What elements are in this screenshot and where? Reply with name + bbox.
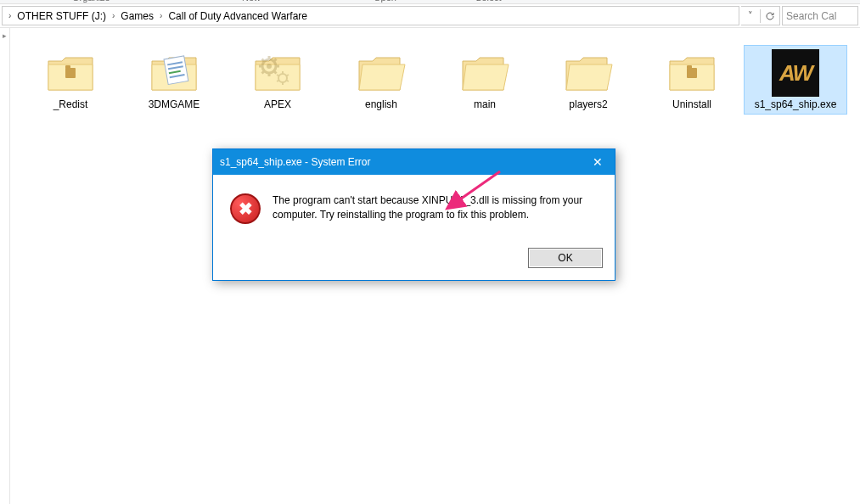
svg-rect-2 [164, 56, 188, 85]
folder-item[interactable]: main [433, 45, 537, 115]
folder-item[interactable]: 3DMGAME [122, 45, 226, 115]
svg-rect-24 [687, 68, 697, 78]
folder-item[interactable]: APEX [226, 45, 329, 115]
svg-rect-0 [65, 68, 76, 78]
refresh-button[interactable] [761, 7, 779, 25]
file-label: APEX [264, 98, 291, 110]
folder-icon [458, 49, 512, 97]
exe-icon: AW [772, 49, 819, 97]
chevron-icon: › [6, 11, 14, 20]
folder-item[interactable]: players2 [537, 45, 640, 115]
ribbon-group-new: New [242, 0, 261, 3]
svg-rect-15 [259, 65, 263, 68]
chevron-icon: › [157, 11, 165, 20]
folder-icon [665, 49, 719, 97]
breadcrumb-games[interactable]: Games [117, 7, 157, 25]
folder-icon [147, 49, 201, 97]
close-icon: ✕ [593, 155, 603, 169]
close-button[interactable]: ✕ [581, 149, 615, 175]
breadcrumb[interactable]: › OTHER STUFF (J:) › Games › Call of Dut… [2, 6, 739, 25]
folder-item[interactable]: english [329, 45, 433, 115]
file-label: main [474, 98, 496, 110]
breadcrumb-drive[interactable]: OTHER STUFF (J:) [14, 7, 110, 25]
file-label: english [365, 98, 397, 110]
address-bar: › OTHER STUFF (J:) › Games › Call of Dut… [0, 4, 860, 28]
folder-icon [354, 49, 408, 97]
folder-icon [561, 49, 615, 97]
file-label: _Redist [53, 98, 88, 110]
search-input[interactable]: Search Cal [782, 6, 858, 25]
ribbon-group-select: Select [475, 0, 502, 3]
dialog-message: The program can't start because XINPUT1_… [273, 193, 598, 222]
address-history-button[interactable]: ˅ [741, 7, 760, 25]
folder-item[interactable]: _Redist [19, 45, 122, 115]
svg-rect-13 [268, 72, 271, 76]
svg-rect-18 [282, 71, 284, 75]
ribbon-group-organize: Organize [72, 0, 110, 3]
nav-pane-toggle[interactable]: ▸ [0, 28, 10, 504]
svg-rect-11 [275, 65, 279, 68]
svg-rect-21 [282, 82, 284, 86]
dialog-titlebar[interactable]: s1_sp64_ship.exe - System Error ✕ [213, 149, 615, 175]
svg-rect-9 [268, 56, 271, 60]
chevron-icon: › [110, 11, 117, 20]
file-label: 3DMGAME [149, 98, 200, 110]
file-label: players2 [569, 98, 607, 110]
refresh-icon [765, 11, 775, 21]
folder-icon [250, 49, 305, 97]
ribbon-group-open: Open [374, 0, 396, 3]
dialog-title: s1_sp64_ship.exe - System Error [220, 156, 581, 168]
folder-icon [43, 49, 98, 97]
file-label: s1_sp64_ship.exe [755, 98, 837, 110]
svg-rect-25 [687, 65, 692, 69]
svg-point-8 [267, 64, 272, 69]
folder-item[interactable]: Uninstall [640, 45, 744, 115]
breadcrumb-cod[interactable]: Call of Duty Advanced Warfare [165, 7, 311, 25]
svg-rect-1 [65, 65, 70, 69]
ok-button[interactable]: OK [528, 248, 603, 268]
file-item-exe[interactable]: AWs1_sp64_ship.exe [744, 45, 847, 115]
error-dialog: s1_sp64_ship.exe - System Error ✕ ✖ The … [212, 148, 615, 281]
file-label: Uninstall [672, 98, 711, 110]
error-icon: ✖ [230, 193, 261, 224]
